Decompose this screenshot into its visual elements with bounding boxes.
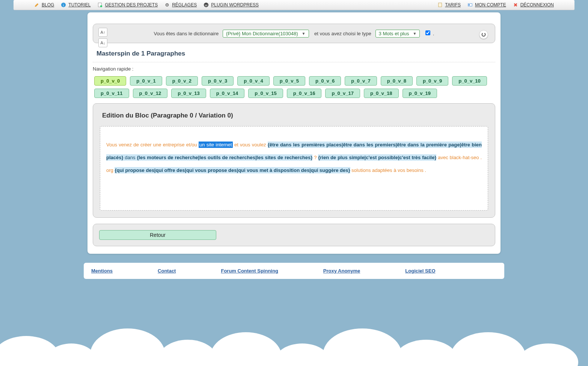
nav-wordpress-label[interactable]: PLUGIN WORDPRESS <box>211 2 259 8</box>
quicknav-pill[interactable]: p_0_v_3 <box>202 76 234 86</box>
nav-blog-label[interactable]: BLOG <box>42 2 54 8</box>
masterspin-title: Masterspin de 1 Paragraphes <box>93 43 495 60</box>
quicknav-pill[interactable]: p_0_v_10 <box>452 76 487 86</box>
quicknav-pill[interactable]: p_0_v_12 <box>133 89 168 98</box>
text-segment: Vous venez de créer une entreprise et/ou <box>106 142 199 148</box>
quicknav-pill[interactable]: p_0_v_18 <box>364 89 399 98</box>
spin-group: {rien de plus simple|c'est possible|c'es… <box>318 154 436 161</box>
quicknav-pill[interactable]: p_0_v_19 <box>403 89 437 98</box>
quicknav-pill[interactable]: p_0_v_8 <box>381 76 413 86</box>
svg-point-3 <box>100 5 102 7</box>
svg-rect-8 <box>439 3 442 7</box>
chevron-down-icon: ▼ <box>302 32 306 36</box>
main-panel: A↑ A↓ Vous êtes dans le dictionnaire {Pr… <box>87 12 501 254</box>
spin-group: {les moteurs de recherche|les outils de … <box>137 154 312 161</box>
footer: Mentions Contact Forum Content Spinning … <box>84 263 504 279</box>
gear-icon <box>164 2 170 8</box>
card-icon <box>467 2 473 8</box>
quicknav-pill[interactable]: p_0_v_13 <box>171 89 206 98</box>
nav-tutoriel[interactable]: i TUTORIEL <box>61 2 90 8</box>
chevron-down-icon: ▼ <box>413 32 416 36</box>
quicknav-pill[interactable]: p_0_v_1 <box>130 76 162 86</box>
retour-box: Retour <box>93 224 495 246</box>
nav-tarifs-label[interactable]: TARIFS <box>445 2 461 8</box>
text-segment: dans <box>124 154 137 161</box>
nav-compte[interactable]: MON COMPTE <box>467 2 506 8</box>
footer-logiciel[interactable]: Logiciel SEO <box>405 268 435 274</box>
retour-button[interactable]: Retour <box>99 230 216 240</box>
nav-deconnexion[interactable]: DÉCONNEXION <box>513 2 554 8</box>
svg-point-11 <box>482 33 485 36</box>
quicknav-label: Navigation rapide : <box>93 66 495 72</box>
type-checkbox[interactable] <box>425 30 430 35</box>
footer-proxy[interactable]: Proxy Anonyme <box>323 268 360 274</box>
dict-suffix: . <box>433 31 434 36</box>
topbar: BLOG i TUTORIEL GESTION DES PROJETS RÉGL… <box>14 0 574 10</box>
close-icon <box>513 2 518 8</box>
nav-deconnexion-label[interactable]: DÉCONNEXION <box>520 2 554 8</box>
quicknav-pill[interactable]: p_0_v_16 <box>287 89 322 98</box>
nav-tarifs[interactable]: TARIFS <box>437 2 461 8</box>
text-segment: ? <box>312 155 318 160</box>
svg-point-5 <box>167 5 168 6</box>
nav-gestion[interactable]: GESTION DES PROJETS <box>97 2 158 8</box>
quicknav-pill[interactable]: p_0_v_15 <box>248 89 283 98</box>
nav-tutoriel-label[interactable]: TUTORIEL <box>68 2 90 8</box>
dict-mid: et vous avez choisi le type <box>314 31 371 36</box>
quicknav-pill[interactable]: p_0_v_7 <box>345 76 377 86</box>
quicknav-pill[interactable]: p_0_v_14 <box>210 89 245 98</box>
text-segment: et vous voulez <box>233 142 268 148</box>
topbar-left: BLOG i TUTORIEL GESTION DES PROJETS RÉGL… <box>34 2 259 8</box>
loading-spinner <box>479 30 488 39</box>
footer-forum[interactable]: Forum Content Spinning <box>221 268 278 274</box>
quicknav-pill[interactable]: p_0_v_5 <box>273 76 305 86</box>
dictionary-row: Vous êtes dans le dictionnaire {Privé} M… <box>100 29 488 38</box>
topbar-right: TARIFS MON COMPTE DÉCONNEXION <box>437 2 554 8</box>
dictionary-select[interactable]: {Privé} Mon Dictionnaire(103048) ▼ <box>223 30 309 38</box>
quicknav-pill[interactable]: p_0_v_11 <box>94 89 129 98</box>
quicknav-pill[interactable]: p_0_v_9 <box>416 76 448 86</box>
type-select-value: 3 Mots et plus <box>379 31 409 36</box>
calc-icon <box>437 2 443 8</box>
nav-reglages-label[interactable]: RÉGLAGES <box>172 2 197 8</box>
wordpress-icon: W <box>204 2 209 8</box>
nav-wordpress[interactable]: W PLUGIN WORDPRESS <box>204 2 259 8</box>
quicknav-pill[interactable]: p_0_v_17 <box>325 89 360 98</box>
svg-rect-10 <box>469 4 470 6</box>
footer-contact[interactable]: Contact <box>158 268 176 274</box>
quicknav-pill[interactable]: p_0_v_2 <box>166 76 198 86</box>
edit-text-area[interactable]: Vous venez de créer une entreprise et/ou… <box>100 126 488 211</box>
footer-mentions[interactable]: Mentions <box>91 268 113 274</box>
dictionary-selector-box: A↑ A↓ Vous êtes dans le dictionnaire {Pr… <box>93 24 495 43</box>
quicknav-pill[interactable]: p_0_v_4 <box>237 76 269 86</box>
info-icon: i <box>61 2 66 8</box>
dictionary-select-value: {Privé} Mon Dictionnaire(103048) <box>226 31 298 36</box>
quicknav-pill[interactable]: p_0_v_0 <box>94 76 126 86</box>
nav-compte-label[interactable]: MON COMPTE <box>475 2 506 8</box>
quicknav-pills: p_0_v_0p_0_v_1p_0_v_2p_0_v_3p_0_v_4p_0_v… <box>93 76 495 98</box>
nav-blog[interactable]: BLOG <box>34 2 54 8</box>
font-size-up[interactable]: A↑ <box>98 28 107 37</box>
svg-text:W: W <box>205 4 208 7</box>
dict-intro: Vous êtes dans le dictionnaire <box>154 31 219 36</box>
quicknav-pill[interactable]: p_0_v_6 <box>309 76 341 86</box>
clouds-deco <box>0 328 588 366</box>
svg-text:i: i <box>63 3 64 7</box>
doc-icon <box>97 2 103 8</box>
edit-block-box: Edition du Bloc (Paragraphe 0 / Variatio… <box>93 103 495 218</box>
text-segment: solutions adaptées à vos besoins . <box>350 167 426 173</box>
text-selected: un site internet <box>199 142 233 148</box>
nav-gestion-label[interactable]: GESTION DES PROJETS <box>105 2 158 8</box>
font-tools: A↑ A↓ <box>98 28 107 49</box>
font-size-down[interactable]: A↓ <box>98 38 107 47</box>
nav-reglages[interactable]: RÉGLAGES <box>164 2 197 8</box>
spin-group: {qui propose des|qui offre des|qui vous … <box>115 167 350 173</box>
divider <box>93 62 495 62</box>
pencil-icon <box>34 2 39 8</box>
type-select[interactable]: 3 Mots et plus ▼ <box>375 30 420 38</box>
edit-block-title: Edition du Bloc (Paragraphe 0 / Variatio… <box>100 110 488 126</box>
